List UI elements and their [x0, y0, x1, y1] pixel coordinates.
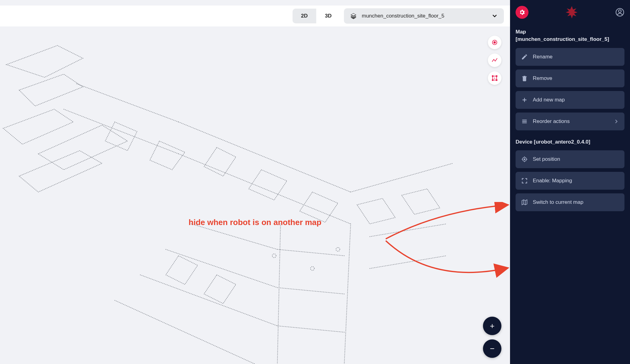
layers-icon [350, 13, 357, 19]
view-2d-button[interactable]: 2D [293, 9, 317, 23]
enable-mapping-button[interactable]: Enable: Mapping [516, 172, 624, 190]
svg-point-14 [524, 159, 525, 160]
trash-icon [521, 75, 528, 82]
remove-button[interactable]: Remove [516, 69, 624, 87]
list-icon [521, 118, 528, 125]
svg-point-9 [496, 80, 497, 81]
view-3d-button[interactable]: 3D [316, 9, 340, 23]
sidebar-header [516, 6, 624, 19]
svg-point-1 [310, 267, 314, 270]
remove-label: Remove [533, 75, 552, 81]
path-button[interactable] [488, 53, 501, 67]
brand-logo [565, 6, 579, 19]
switch-map-button[interactable]: Switch to current map [516, 193, 624, 211]
set-position-button[interactable]: Set position [516, 150, 624, 168]
map-tools: A [488, 36, 501, 85]
chevron-down-icon [492, 13, 498, 19]
map-dropdown[interactable]: munchen_construction_site_floor_5 [344, 8, 504, 24]
set-position-label: Set position [533, 156, 560, 162]
map-canvas[interactable]: A + − hide when robot is on another map [0, 26, 510, 364]
right-sidebar: Map [munchen_construction_site_floor_5] … [510, 0, 630, 364]
enable-mapping-label: Enable: Mapping [533, 178, 572, 184]
zoom-out-button[interactable]: − [483, 339, 501, 358]
svg-point-4 [494, 42, 496, 43]
rename-button[interactable]: Rename [516, 48, 624, 66]
gear-icon [519, 9, 525, 16]
view-toggle: 2D 3D [293, 9, 340, 23]
area-button[interactable]: A [488, 71, 501, 85]
profile-button[interactable] [615, 8, 624, 17]
zoom-in-button[interactable]: + [483, 317, 501, 335]
plus-icon [521, 97, 528, 103]
zoom-controls: + − [483, 317, 501, 358]
chevron-right-icon [613, 119, 619, 124]
svg-point-2 [336, 247, 340, 251]
map-icon [521, 199, 528, 206]
device-section-title: Device [urobot_antero2_0.4.0] [516, 138, 624, 146]
pencil-icon [521, 53, 528, 60]
svg-point-0 [272, 254, 276, 258]
fullscreen-icon [521, 177, 528, 184]
user-icon [615, 8, 624, 17]
rename-label: Rename [533, 54, 552, 60]
reorder-actions-button[interactable]: Reorder actions [516, 113, 624, 130]
reorder-actions-label: Reorder actions [533, 118, 570, 125]
map-pointcloud [0, 26, 510, 364]
switch-map-label: Switch to current map [533, 199, 583, 205]
svg-text:A: A [494, 77, 496, 80]
svg-point-8 [492, 80, 493, 81]
add-new-map-label: Add new map [533, 97, 565, 103]
map-dropdown-label: munchen_construction_site_floor_5 [362, 13, 487, 19]
svg-point-12 [619, 10, 621, 13]
svg-point-7 [496, 76, 497, 77]
map-section-title: Map [munchen_construction_site_floor_5] [516, 28, 624, 43]
target-icon [521, 156, 528, 163]
svg-point-6 [492, 76, 493, 77]
locate-button[interactable] [488, 36, 501, 49]
add-new-map-button[interactable]: Add new map [516, 91, 624, 109]
topbar: 2D 3D munchen_construction_site_floor_5 [0, 0, 510, 26]
settings-button[interactable] [516, 6, 528, 19]
